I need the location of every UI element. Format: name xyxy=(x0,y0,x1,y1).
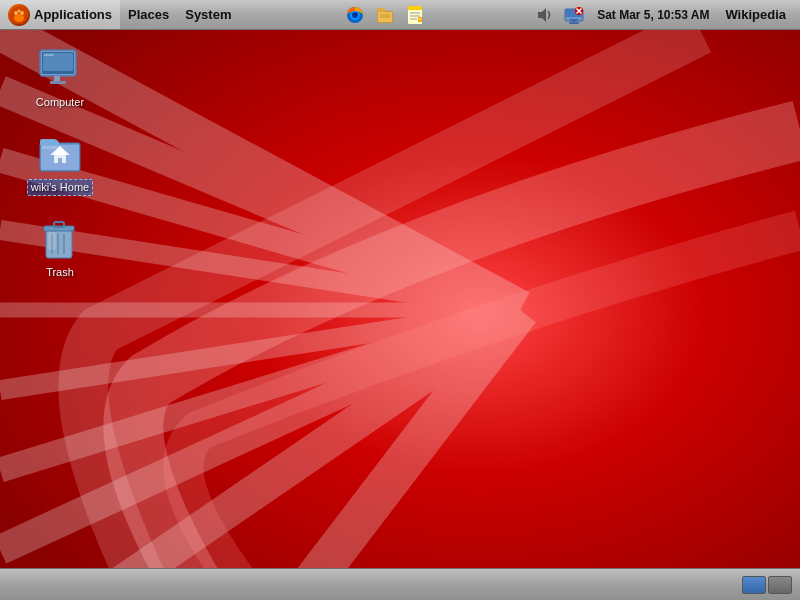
firefox-icon xyxy=(344,4,366,26)
workspace-2-button[interactable] xyxy=(768,576,792,594)
svg-point-2 xyxy=(14,11,18,15)
panel-launchers xyxy=(239,0,531,29)
home-icon[interactable]: wiki's Home xyxy=(20,123,100,200)
places-menu[interactable]: Places xyxy=(120,0,177,29)
home-label: wiki's Home xyxy=(27,179,93,196)
system-label: System xyxy=(185,7,231,22)
svg-rect-54 xyxy=(54,222,64,227)
computer-icon-image xyxy=(36,44,84,92)
gnome-logo xyxy=(8,4,30,26)
volume-icon xyxy=(534,5,554,25)
places-label: Places xyxy=(128,7,169,22)
firefox-launcher[interactable] xyxy=(342,2,368,28)
svg-rect-25 xyxy=(569,22,579,24)
home-icon-image xyxy=(36,127,84,175)
svg-rect-14 xyxy=(408,6,422,10)
workspace-1-button[interactable] xyxy=(742,576,766,594)
trash-icon-image xyxy=(36,214,84,262)
svg-point-3 xyxy=(20,11,24,15)
trash-icon[interactable]: Trash xyxy=(20,210,100,283)
svg-point-1 xyxy=(14,14,24,22)
active-app-name: Wikipedia xyxy=(719,7,792,22)
files-launcher[interactable] xyxy=(372,2,398,28)
computer-label: Computer xyxy=(36,96,84,109)
desktop-icons-container: Computer wiki's Home xyxy=(20,40,100,284)
applications-label: Applications xyxy=(34,7,112,22)
svg-rect-46 xyxy=(44,54,54,56)
notes-icon xyxy=(404,4,426,26)
notes-launcher[interactable] xyxy=(402,2,428,28)
volume-applet[interactable] xyxy=(531,2,557,28)
network-applet[interactable] xyxy=(561,2,587,28)
panel-right: Sat Mar 5, 10:53 AM Wikipedia xyxy=(531,0,800,29)
bottom-panel xyxy=(0,568,800,600)
trash-label: Trash xyxy=(46,266,74,279)
computer-icon[interactable]: Computer xyxy=(20,40,100,113)
files-icon xyxy=(374,4,396,26)
svg-rect-44 xyxy=(54,76,60,81)
svg-marker-20 xyxy=(538,8,546,22)
system-menu[interactable]: System xyxy=(177,0,239,29)
svg-rect-45 xyxy=(50,81,66,84)
svg-rect-58 xyxy=(48,232,56,250)
svg-rect-9 xyxy=(377,8,385,12)
desktop: Computer wiki's Home xyxy=(0,30,800,598)
top-panel: Applications Places System xyxy=(0,0,800,30)
svg-point-7 xyxy=(352,12,358,18)
clock-display[interactable]: Sat Mar 5, 10:53 AM xyxy=(591,8,715,22)
workspace-switcher xyxy=(742,576,792,594)
svg-point-4 xyxy=(18,9,21,12)
network-icon xyxy=(563,4,585,26)
desktop-background xyxy=(0,30,800,598)
svg-rect-23 xyxy=(570,19,578,21)
panel-left: Applications Places System xyxy=(0,0,239,29)
svg-rect-51 xyxy=(42,146,62,149)
applications-menu[interactable]: Applications xyxy=(0,0,120,29)
